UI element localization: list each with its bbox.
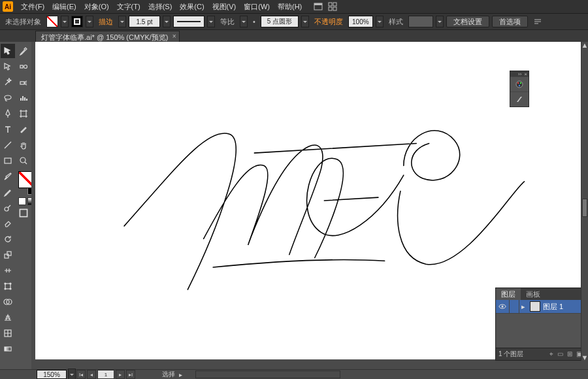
scale-tool[interactable]: [1, 248, 15, 262]
paintbrush-tool[interactable]: [1, 169, 15, 184]
status-dropdown-icon[interactable]: ▸: [179, 371, 182, 378]
layer-row[interactable]: ▸ 图层 1: [496, 300, 588, 314]
prev-artboard-button[interactable]: ◂: [87, 370, 96, 379]
scroll-thumb[interactable]: [582, 199, 587, 217]
stroke-weight-dropdown[interactable]: [163, 16, 171, 27]
free-transform-tool[interactable]: [1, 279, 15, 293]
direct-selection-tool[interactable]: [1, 59, 15, 74]
arrange-icon[interactable]: [328, 2, 337, 11]
locate-layer-icon[interactable]: ⌖: [549, 350, 553, 358]
svg-point-32: [502, 306, 504, 308]
floating-mini-panel[interactable]: ››×: [510, 71, 529, 107]
preferences-button[interactable]: 首选项: [492, 16, 528, 27]
eyedropper-tool[interactable]: [16, 44, 31, 58]
eraser-tool[interactable]: [1, 216, 15, 231]
new-sublayer-icon[interactable]: ⊞: [567, 350, 572, 358]
svg-rect-3: [333, 3, 336, 6]
first-artboard-button[interactable]: I◂: [76, 370, 86, 379]
line-tool[interactable]: [1, 138, 15, 152]
artboard-canvas[interactable]: ››× 图层 画板 ≡ ▸ 图层 1: [35, 42, 581, 359]
mesh-tool[interactable]: [1, 326, 15, 340]
collapse-icon[interactable]: ››: [518, 71, 521, 77]
fill-swatch[interactable]: [46, 16, 58, 27]
mini-panel-graphic-styles-icon[interactable]: [510, 91, 529, 107]
stroke-dropdown[interactable]: [86, 16, 93, 27]
stroke-profile-line[interactable]: [173, 16, 204, 27]
mini-panel-appearance-icon[interactable]: [510, 76, 529, 91]
close-tab-icon[interactable]: ×: [172, 33, 176, 40]
disclosure-triangle-icon[interactable]: ▸: [519, 303, 527, 311]
svg-rect-1: [314, 3, 322, 5]
zoom-tool[interactable]: [16, 154, 31, 168]
symbol-sprayer-tool[interactable]: [16, 75, 31, 90]
last-artboard-button[interactable]: ▸I: [126, 370, 135, 379]
lasso-tool[interactable]: [1, 91, 15, 105]
tab-artboards[interactable]: 画板: [521, 288, 546, 300]
blob-brush-tool[interactable]: [1, 201, 15, 215]
stroke-swatch[interactable]: [71, 16, 83, 27]
menu-select[interactable]: 选择(S): [144, 2, 176, 12]
pencil-tool[interactable]: [1, 185, 15, 199]
menu-file[interactable]: 文件(F): [17, 2, 48, 12]
zoom-dropdown[interactable]: [68, 369, 76, 379]
magic-wand-tool[interactable]: [1, 75, 15, 90]
layers-panel[interactable]: 图层 画板 ≡ ▸ 图层 1 1 个图层 ⌖ ▭: [495, 288, 588, 361]
opacity-dropdown[interactable]: [376, 16, 384, 27]
menu-help[interactable]: 帮助(H): [274, 2, 306, 12]
graphic-style-swatch[interactable]: [408, 16, 433, 27]
stroke-weight-input[interactable]: 1.5 pt: [129, 16, 160, 27]
style-dropdown[interactable]: [436, 16, 444, 27]
stroke-weight-stepper[interactable]: [118, 16, 126, 27]
opacity-label[interactable]: 不透明度: [312, 17, 346, 27]
next-artboard-button[interactable]: ▸: [116, 370, 125, 379]
shape-builder-tool[interactable]: [1, 295, 15, 309]
bridge-icon[interactable]: [314, 2, 323, 11]
screen-mode-normal[interactable]: [19, 208, 28, 218]
gradient-tool[interactable]: [1, 342, 15, 356]
perspective-grid-tool[interactable]: [1, 310, 15, 325]
horizontal-scrollbar[interactable]: [195, 371, 340, 378]
menu-view[interactable]: 视图(V): [208, 2, 240, 12]
menu-edit[interactable]: 编辑(E): [48, 2, 80, 12]
pen-tool[interactable]: [1, 107, 15, 121]
color-mode-solid[interactable]: [18, 197, 26, 205]
rectangle-tool[interactable]: [1, 154, 15, 168]
artboard-number-input[interactable]: 1: [97, 370, 114, 379]
layer-name[interactable]: 图层 1: [543, 302, 563, 312]
brush-dropdown[interactable]: [301, 16, 309, 27]
svg-rect-10: [7, 252, 11, 255]
stroke-profile-dropdown[interactable]: [207, 16, 215, 27]
scroll-down-arrow[interactable]: ▼: [581, 354, 588, 361]
stroke-label[interactable]: 描边: [96, 17, 116, 27]
selection-tool[interactable]: [1, 44, 15, 58]
blend-tool[interactable]: [16, 59, 31, 74]
lock-toggle[interactable]: [510, 300, 519, 313]
type-tool[interactable]: [1, 122, 15, 137]
svg-point-15: [10, 288, 11, 289]
brush-definition[interactable]: 5 点圆形: [261, 16, 299, 27]
tab-layers[interactable]: 图层: [496, 288, 521, 300]
document-setup-button[interactable]: 文档设置: [446, 16, 489, 27]
vertical-scrollbar[interactable]: ▲ ▼: [581, 42, 588, 361]
fill-dropdown[interactable]: [61, 16, 69, 27]
hand-tool[interactable]: [16, 138, 31, 152]
uniform-dropdown[interactable]: [240, 16, 248, 27]
mini-panel-header[interactable]: ››×: [510, 71, 529, 76]
menu-window[interactable]: 窗口(W): [240, 2, 274, 12]
menu-object[interactable]: 对象(O): [80, 2, 113, 12]
scroll-up-arrow[interactable]: ▲: [581, 42, 588, 48]
slice-tool[interactable]: [16, 122, 31, 137]
make-clip-icon[interactable]: ▭: [557, 350, 563, 358]
width-tool[interactable]: [1, 263, 15, 278]
zoom-level-input[interactable]: 150%: [37, 370, 67, 379]
opacity-input[interactable]: 100%: [348, 16, 373, 27]
menu-effect[interactable]: 效果(C): [176, 2, 208, 12]
rotate-tool[interactable]: [1, 232, 15, 246]
status-bar: 150% I◂ ◂ 1 ▸ ▸I 选择 ▸: [0, 369, 588, 379]
control-extra-icon[interactable]: [533, 17, 542, 26]
close-icon[interactable]: ×: [524, 71, 527, 77]
artboard-tool[interactable]: [16, 107, 31, 121]
column-graph-tool[interactable]: [16, 91, 31, 105]
menu-type[interactable]: 文字(T): [113, 2, 144, 12]
visibility-toggle-icon[interactable]: [496, 300, 510, 313]
